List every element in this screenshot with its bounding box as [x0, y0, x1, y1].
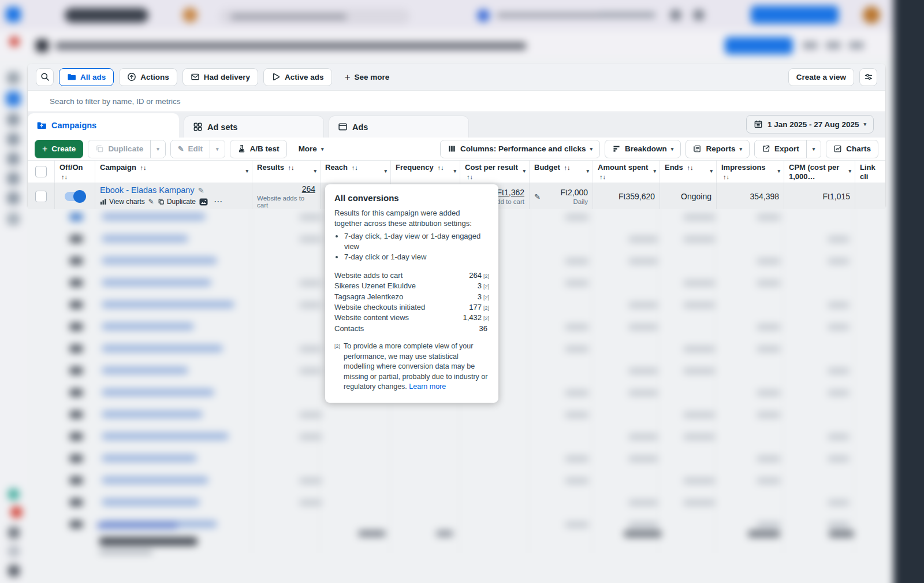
- col-header-reach[interactable]: Reach ↑↓ ▾: [320, 161, 390, 183]
- topbar-blue-button: [751, 6, 839, 24]
- select-all-checkbox[interactable]: [35, 166, 47, 177]
- edit-button[interactable]: ✎ Edit: [171, 140, 210, 158]
- all-conversions-tooltip: All conversions Results for this campaig…: [325, 184, 498, 403]
- edit-dropdown[interactable]: ▾: [210, 140, 225, 158]
- col-header-budget[interactable]: Budget ↑↓ ▾: [529, 161, 593, 183]
- sort-icon: ↑↓: [723, 173, 729, 180]
- image-icon[interactable]: [199, 198, 208, 206]
- date-range-label: 1 Jan 2025 - 27 Aug 2025: [767, 120, 859, 129]
- sort-icon: ↑↓: [61, 173, 68, 180]
- view-settings-button[interactable]: [859, 68, 877, 86]
- chevron-down-icon: ▾: [777, 168, 780, 174]
- campaign-name-link[interactable]: Ebook - Eladas Kampany: [100, 185, 195, 195]
- chevron-down-icon: ▾: [523, 168, 526, 174]
- columns-button[interactable]: Columns: Performance and clicks ▾: [440, 140, 600, 158]
- ab-test-button[interactable]: A/B test: [230, 140, 287, 158]
- conversion-metrics: Website adds to cart 264 [2] Sikeres Uze…: [334, 270, 489, 335]
- plus-icon: +: [42, 144, 47, 154]
- duplicate-dropdown[interactable]: ▾: [150, 140, 165, 158]
- results-cell: 264 Website adds to cart: [252, 183, 320, 209]
- cpm-cell: Ft1,015: [784, 183, 855, 209]
- tab-campaigns[interactable]: Campaigns: [28, 113, 179, 138]
- send-icon: [271, 72, 281, 81]
- row-checkbox[interactable]: [35, 191, 47, 202]
- search-input[interactable]: [28, 91, 885, 112]
- col-header-link-clicks[interactable]: Link cli: [855, 161, 885, 183]
- bar-chart-icon: [100, 198, 107, 205]
- amount-spent-cell: Ft359,620: [593, 183, 660, 209]
- pencil-icon[interactable]: ✎: [148, 198, 154, 206]
- col-header-ends[interactable]: Ends ↑↓ ▾: [660, 161, 716, 183]
- filter-chip-all-ads[interactable]: All ads: [59, 68, 114, 86]
- results-value-link[interactable]: 264: [302, 184, 315, 194]
- tooltip-description: Results for this campaign were added tog…: [334, 208, 489, 228]
- col-header-frequency[interactable]: Frequency ↑↓ ▾: [390, 161, 460, 183]
- col-header-off-on[interactable]: Off/On ↑↓: [54, 161, 95, 183]
- tab-label: Ad sets: [207, 122, 237, 132]
- reports-button[interactable]: Reports ▾: [685, 140, 750, 158]
- export-button[interactable]: Export: [755, 140, 806, 158]
- duplicate-split-button: Duplicate ▾: [88, 140, 165, 158]
- learn-more-link[interactable]: Learn more: [409, 383, 446, 391]
- date-range-picker[interactable]: 1 Jan 2025 - 27 Aug 2025 ▾: [746, 115, 874, 133]
- tab-ads[interactable]: Ads: [329, 116, 469, 138]
- create-a-view-button[interactable]: Create a view: [788, 68, 854, 86]
- chevron-down-icon: ▾: [739, 146, 742, 152]
- charts-button[interactable]: Charts: [826, 140, 878, 158]
- chevron-down-icon: ▾: [590, 146, 593, 152]
- more-options-icon[interactable]: ⋯: [214, 196, 223, 207]
- banner-blue-button: [725, 37, 793, 54]
- export-dropdown[interactable]: ▾: [806, 140, 821, 158]
- attribution-settings-list: 7-day click, 1-day view or 1-day engaged…: [344, 231, 489, 263]
- account-pill: [65, 8, 148, 23]
- folder-icon: [67, 72, 76, 81]
- reports-icon: [693, 144, 702, 153]
- row-toggle-cell: [54, 183, 95, 209]
- filter-chip-label: Actions: [140, 73, 169, 81]
- duplicate-button[interactable]: Duplicate: [88, 140, 150, 158]
- col-header-cpm[interactable]: CPM (cost per 1,000… ▾: [784, 161, 855, 183]
- pencil-icon[interactable]: ✎: [198, 186, 204, 195]
- table-filter-search: [28, 90, 885, 112]
- copy-icon: [158, 198, 165, 205]
- avatar-small: [182, 8, 198, 23]
- breakdown-button[interactable]: Breakdown ▾: [605, 140, 681, 158]
- col-header-campaign[interactable]: Campaign ↑↓ ▾: [95, 161, 252, 183]
- filter-chip-actions[interactable]: Actions: [119, 68, 177, 86]
- tab-ad-sets[interactable]: Ad sets: [184, 116, 324, 138]
- chevron-down-icon: ▾: [710, 168, 713, 174]
- col-header-amount-spent[interactable]: Amount spent ↑↓ ▾: [593, 161, 660, 183]
- metric-row: Website checkouts initiated 177 [2]: [334, 302, 489, 313]
- campaign-cell: Ebook - Eladas Kampany ✎ View charts ✎ D…: [95, 183, 252, 209]
- chevron-down-icon: ▾: [157, 146, 159, 152]
- col-header-results[interactable]: Results ↑↓ ▾: [252, 161, 320, 183]
- pencil-icon: ✎: [178, 144, 184, 153]
- filter-chip-label: Had delivery: [204, 73, 250, 81]
- search-filter-button[interactable]: [36, 68, 54, 86]
- col-header-cost-per-result[interactable]: Cost per result ↑↓ ▾: [460, 161, 529, 183]
- create-button[interactable]: + Create: [35, 140, 83, 158]
- view-charts-action[interactable]: View charts: [100, 198, 145, 206]
- chevron-down-icon: ▾: [586, 168, 589, 174]
- chevron-down-icon: ▾: [384, 168, 387, 174]
- filter-chip-had-delivery[interactable]: Had delivery: [182, 68, 258, 86]
- chevron-down-icon: ▾: [314, 168, 316, 174]
- search-icon: [40, 72, 50, 81]
- sort-icon: ↑↓: [564, 164, 570, 171]
- col-header-impressions[interactable]: Impressions ↑↓ ▾: [716, 161, 784, 183]
- campaign-toggle[interactable]: [65, 192, 85, 201]
- select-all-checkbox-cell: [28, 161, 54, 183]
- envelope-icon: [191, 72, 200, 81]
- chevron-down-icon: ▾: [321, 146, 324, 152]
- filter-chip-see-more[interactable]: + See more: [337, 68, 397, 86]
- duplicate-action[interactable]: Duplicate: [158, 198, 196, 206]
- tooltip-footnote: [2] To provide a more complete view of y…: [334, 341, 489, 392]
- metric-row: Tagsagra Jelentkezo 3 [2]: [334, 292, 489, 302]
- cost-value-link[interactable]: Ft1,362: [497, 188, 524, 197]
- pencil-icon[interactable]: ✎: [534, 192, 541, 200]
- sidebar-active-icon: [6, 91, 21, 106]
- window-icon: [338, 122, 348, 132]
- filter-chip-active-ads[interactable]: Active ads: [263, 68, 332, 86]
- row-checkbox-cell: [28, 183, 54, 209]
- more-button[interactable]: More ▾: [292, 140, 331, 158]
